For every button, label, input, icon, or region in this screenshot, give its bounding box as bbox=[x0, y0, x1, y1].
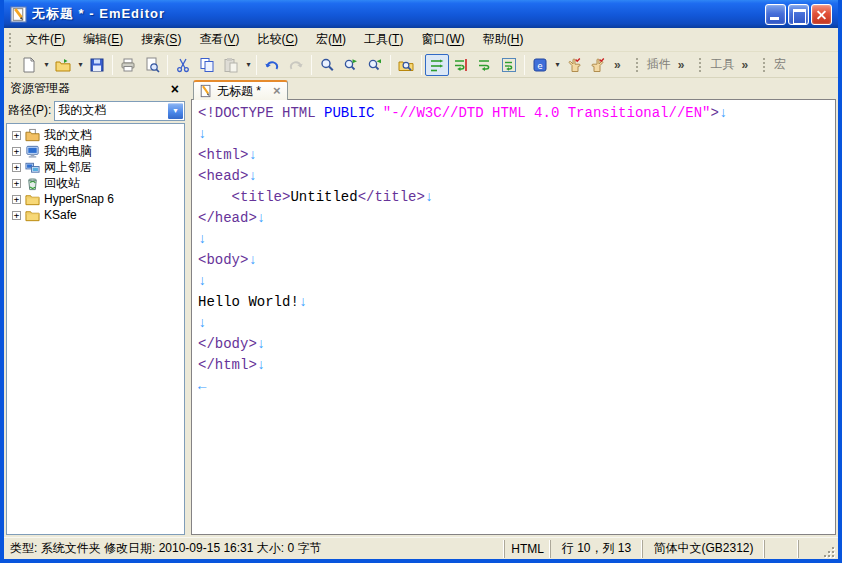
bookmark-previous-button[interactable] bbox=[562, 54, 586, 76]
tree-item-recycle-bin[interactable]: +回收站 bbox=[7, 175, 184, 191]
tree-item-label: 我的文档 bbox=[44, 127, 92, 144]
titlebar[interactable]: 无标题 * - EmEditor bbox=[4, 0, 838, 28]
tab-close-icon[interactable]: × bbox=[273, 85, 281, 97]
tree-item-hypersnap-6[interactable]: +HyperSnap 6 bbox=[7, 191, 184, 207]
toolbar-separator bbox=[524, 55, 525, 75]
code-token-str: "-//W3C//DTD HTML 4.0 Transitional//EN" bbox=[374, 105, 710, 121]
paste-button[interactable] bbox=[219, 54, 243, 76]
code-token-txt bbox=[198, 189, 232, 205]
save-icon bbox=[89, 57, 105, 73]
overflow-chevron-icon[interactable]: » bbox=[737, 58, 752, 72]
find-prev-icon bbox=[367, 57, 383, 73]
toolbar-grip[interactable] bbox=[635, 57, 640, 73]
path-combobox[interactable]: 我的文档 ▼ bbox=[54, 101, 185, 121]
main-area: 资源管理器 × 路径(P): 我的文档 ▼ +我的文档+我的电脑+网上邻居+回收… bbox=[4, 78, 838, 537]
tab-untitled[interactable]: 无标题 * × bbox=[193, 80, 288, 100]
print-preview-button[interactable] bbox=[140, 54, 164, 76]
tab-strip: 无标题 * × bbox=[191, 78, 836, 99]
menu-help[interactable]: 帮助(H) bbox=[474, 27, 533, 52]
combo-dropdown-icon[interactable]: ▼ bbox=[167, 102, 184, 120]
undo-button[interactable] bbox=[260, 54, 284, 76]
new-document-button[interactable] bbox=[17, 54, 41, 76]
editor-line: <body>↓ bbox=[198, 250, 835, 271]
code-token-tag: > bbox=[711, 105, 719, 121]
menubar-grip[interactable] bbox=[8, 32, 13, 48]
redo-button[interactable] bbox=[284, 54, 308, 76]
explorer-close-icon[interactable]: × bbox=[169, 82, 181, 96]
code-token-tag: <title> bbox=[232, 189, 291, 205]
overflow-chevron-icon[interactable]: » bbox=[610, 58, 625, 72]
wrap-none-group bbox=[425, 54, 449, 76]
expand-icon[interactable]: + bbox=[12, 195, 21, 204]
find-previous-button[interactable] bbox=[363, 54, 387, 76]
tree-item-network-places[interactable]: +网上邻居 bbox=[7, 159, 184, 175]
expand-icon[interactable]: + bbox=[12, 179, 21, 188]
code-token-mark: ↓ bbox=[425, 189, 433, 205]
print-group bbox=[116, 54, 140, 76]
encoding-button[interactable]: e bbox=[528, 54, 552, 76]
menu-search[interactable]: 搜索(S) bbox=[132, 27, 190, 52]
toolbar-grip[interactable] bbox=[698, 57, 703, 73]
menu-macros[interactable]: 宏(M) bbox=[307, 27, 355, 52]
print-button[interactable] bbox=[116, 54, 140, 76]
code-token-mark: ↓ bbox=[198, 315, 206, 331]
document-icon bbox=[199, 84, 213, 98]
wrap-by-window-button[interactable] bbox=[497, 54, 521, 76]
dropdown-arrow-icon[interactable]: ▾ bbox=[244, 60, 253, 69]
wrap-char-icon bbox=[453, 57, 469, 73]
menu-label-part: ) bbox=[519, 32, 523, 46]
copy-button[interactable] bbox=[195, 54, 219, 76]
tree-item-my-documents[interactable]: +我的文档 bbox=[7, 127, 184, 143]
menu-label-part: ) bbox=[61, 32, 65, 46]
menu-tools[interactable]: 工具(T) bbox=[355, 27, 412, 52]
menu-edit[interactable]: 编辑(E) bbox=[74, 27, 132, 52]
menu-view[interactable]: 查看(V) bbox=[190, 27, 248, 52]
wrap-by-characters-button[interactable] bbox=[449, 54, 473, 76]
folder-tree[interactable]: +我的文档+我的电脑+网上邻居+回收站+HyperSnap 6+KSafe bbox=[6, 123, 185, 535]
expand-icon[interactable]: + bbox=[12, 131, 21, 140]
expand-icon[interactable]: + bbox=[12, 147, 21, 156]
wrap-by-words-button[interactable] bbox=[473, 54, 497, 76]
wrap-by-window-group bbox=[497, 54, 521, 76]
find-in-files-icon bbox=[398, 57, 414, 73]
dropdown-arrow-icon[interactable]: ▾ bbox=[42, 60, 51, 69]
tree-item-my-computer[interactable]: +我的电脑 bbox=[7, 143, 184, 159]
tree-item-label: 回收站 bbox=[44, 175, 80, 192]
tree-item-ksafe[interactable]: +KSafe bbox=[7, 207, 184, 223]
status-cell-empty-cell-1 bbox=[764, 540, 798, 558]
find-button[interactable] bbox=[315, 54, 339, 76]
toolbar-grip[interactable] bbox=[8, 57, 13, 73]
code-token-mark: ↓ bbox=[198, 231, 206, 247]
paste-group: ▾ bbox=[219, 54, 253, 76]
resize-grip[interactable] bbox=[822, 545, 836, 559]
minimize-button[interactable] bbox=[765, 4, 786, 25]
bookmark-next-group bbox=[586, 54, 610, 76]
editor-line: ← bbox=[198, 376, 835, 397]
editor-line: ↓ bbox=[198, 229, 835, 250]
toolbar-separator bbox=[112, 55, 113, 75]
expand-icon[interactable]: + bbox=[12, 211, 21, 220]
menu-window[interactable]: 窗口(W) bbox=[412, 27, 473, 52]
cut-icon bbox=[175, 57, 191, 73]
close-button[interactable] bbox=[811, 4, 832, 25]
find-next-button[interactable] bbox=[339, 54, 363, 76]
dropdown-arrow-icon[interactable]: ▾ bbox=[76, 60, 85, 69]
find-in-files-button[interactable] bbox=[394, 54, 418, 76]
cut-button[interactable] bbox=[171, 54, 195, 76]
toolbar-grip[interactable] bbox=[762, 57, 767, 73]
wrap-none-button[interactable] bbox=[425, 54, 449, 76]
tools-toolbar: 工具» bbox=[696, 56, 752, 73]
tab-label: 无标题 * bbox=[217, 83, 261, 100]
editor-area[interactable]: <!DOCTYPE HTML PUBLIC "-//W3C//DTD HTML … bbox=[191, 99, 836, 535]
dropdown-arrow-icon[interactable]: ▾ bbox=[553, 60, 562, 69]
bookmark-next-button[interactable] bbox=[586, 54, 610, 76]
maximize-button[interactable] bbox=[788, 4, 809, 25]
menu-compare[interactable]: 比较(C) bbox=[248, 27, 307, 52]
expand-icon[interactable]: + bbox=[12, 163, 21, 172]
tree-item-label: HyperSnap 6 bbox=[44, 192, 114, 206]
overflow-chevron-icon[interactable]: » bbox=[674, 58, 689, 72]
open-file-button[interactable] bbox=[51, 54, 75, 76]
macros-toolbar-label: 宏 bbox=[771, 56, 789, 73]
save-button[interactable] bbox=[85, 54, 109, 76]
menu-file[interactable]: 文件(F) bbox=[17, 27, 74, 52]
